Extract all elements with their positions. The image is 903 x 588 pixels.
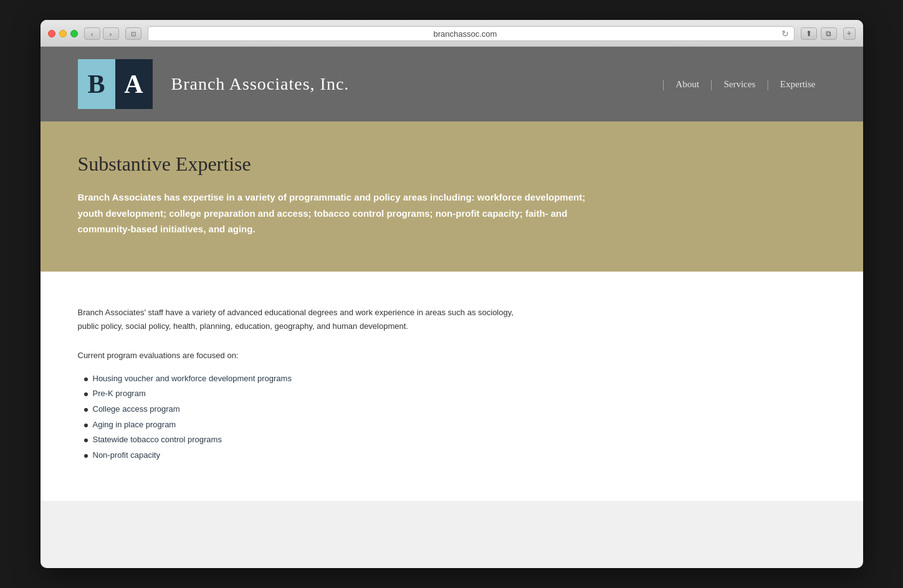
- list-item-text: Non-profit capacity: [93, 448, 160, 463]
- list-item-text: Pre-K program: [93, 386, 146, 402]
- focused-label: Current program evaluations are focused …: [78, 351, 826, 360]
- program-list: Housing voucher and workforce developmen…: [84, 371, 826, 463]
- bullet-icon: [84, 392, 88, 396]
- forward-button[interactable]: ›: [103, 27, 119, 40]
- list-item-text: College access program: [93, 402, 180, 417]
- list-item: Pre-K program: [84, 386, 826, 402]
- browser-chrome: ‹ › ⊡ branchassoc.com ↻ ⬆ ⧉ +: [41, 20, 863, 47]
- back-button[interactable]: ‹: [84, 27, 100, 40]
- new-tab-button[interactable]: ⧉: [821, 27, 837, 40]
- site-nav: | About | Services | Expertise: [661, 77, 826, 92]
- list-item-text: Statewide tobacco control programs: [93, 432, 222, 448]
- close-button[interactable]: [48, 30, 55, 37]
- address-bar[interactable]: branchassoc.com ↻: [148, 26, 795, 41]
- site-header: B A Branch Associates, Inc. | About | Se…: [41, 47, 863, 121]
- site-title: Branch Associates, Inc.: [171, 74, 643, 94]
- logo-letter-a: A: [115, 59, 153, 109]
- logo: B A: [78, 59, 153, 109]
- nav-separator-1: |: [662, 78, 665, 91]
- hero-title: Substantive Expertise: [78, 153, 826, 176]
- minimize-button[interactable]: [59, 30, 67, 37]
- traffic-lights: [48, 30, 78, 37]
- bullet-icon: [84, 377, 88, 381]
- hero-description: Branch Associates has expertise in a var…: [78, 189, 589, 237]
- maximize-button[interactable]: [70, 30, 78, 37]
- logo-letter-b: B: [78, 59, 115, 109]
- bullet-icon: [84, 408, 88, 412]
- share-button[interactable]: ⬆: [801, 27, 817, 40]
- nav-separator-2: |: [710, 78, 713, 91]
- list-item: College access program: [84, 402, 826, 417]
- hero-section: Substantive Expertise Branch Associates …: [41, 121, 863, 272]
- reader-view-button[interactable]: ⊡: [125, 27, 141, 40]
- list-item: Statewide tobacco control programs: [84, 432, 826, 448]
- bullet-icon: [84, 454, 88, 458]
- nav-separator-3: |: [767, 78, 769, 91]
- main-content: Branch Associates' staff have a variety …: [41, 272, 863, 501]
- bullet-icon: [84, 439, 88, 442]
- add-tab-button[interactable]: +: [843, 27, 856, 40]
- nav-expertise[interactable]: Expertise: [770, 77, 826, 92]
- reload-button[interactable]: ↻: [781, 29, 789, 39]
- nav-services[interactable]: Services: [714, 77, 765, 92]
- list-item: Aging in place program: [84, 417, 826, 433]
- logo-box: B A: [78, 59, 153, 109]
- list-item-text: Housing voucher and workforce developmen…: [93, 371, 292, 387]
- staff-description: Branch Associates' staff have a variety …: [78, 306, 514, 333]
- bullet-icon: [84, 424, 88, 427]
- url-text: branchassoc.com: [153, 29, 778, 39]
- list-item: Housing voucher and workforce developmen…: [84, 371, 826, 387]
- website-content: B A Branch Associates, Inc. | About | Se…: [41, 47, 863, 501]
- list-item: Non-profit capacity: [84, 448, 826, 463]
- nav-about[interactable]: About: [666, 77, 709, 92]
- list-item-text: Aging in place program: [93, 417, 176, 433]
